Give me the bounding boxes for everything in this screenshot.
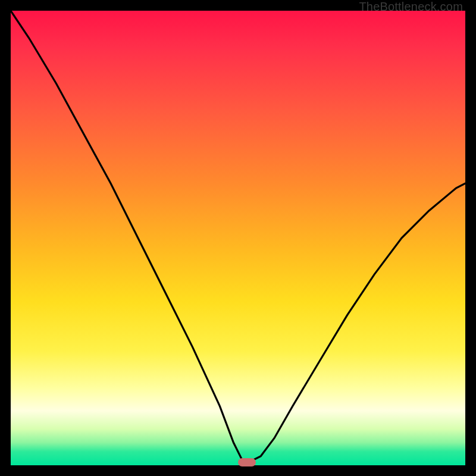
optimal-marker [238,458,256,466]
chart-frame: TheBottleneck.com [0,0,476,476]
bottleneck-curve [11,11,465,465]
plot-area [11,11,465,465]
curve-path [11,11,465,461]
